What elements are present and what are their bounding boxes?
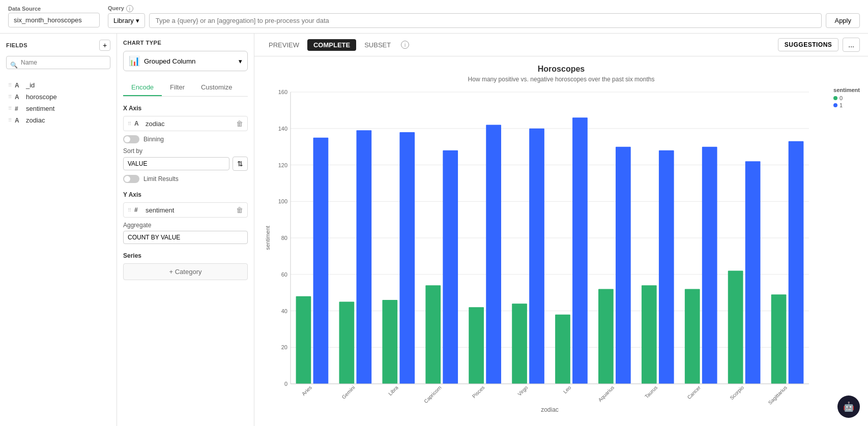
chart-config-panel: CHART TYPE 📊 Grouped Column ▾ EncodeFilt… (117, 34, 254, 426)
data-source-input[interactable] (8, 13, 100, 27)
sort-direction-button[interactable]: ⇅ (233, 157, 248, 171)
drag-handle-icon-y: ⠿ (128, 207, 131, 213)
svg-text:Aries: Aries (301, 385, 313, 397)
y-axis-delete-button[interactable]: 🗑 (236, 206, 243, 214)
x-axis-delete-button[interactable]: 🗑 (236, 119, 243, 128)
aggregate-row: Aggregate COUNT BY VALUE SUM AVERAGE COU… (123, 222, 248, 244)
query-section: Query i Library ▾ Apply (108, 5, 860, 28)
more-options-button[interactable]: ... (843, 38, 860, 52)
aggregate-dropdown[interactable]: COUNT BY VALUE SUM AVERAGE COUNT (123, 231, 248, 244)
series-section: Series + Category (123, 252, 248, 280)
field-item-sentiment[interactable]: ⠿#sentiment (6, 103, 110, 114)
svg-text:160: 160 (278, 89, 287, 95)
svg-rect-44 (659, 150, 674, 384)
svg-rect-34 (512, 303, 527, 384)
chart-title: Horoscopes (263, 65, 860, 74)
limit-results-toggle[interactable] (123, 175, 139, 183)
field-name-label: sentiment (26, 105, 54, 112)
x-axis-section: X Axis ⠿ A zodiac 🗑 Binning Sort by VALU… (123, 105, 248, 183)
binning-row: Binning (123, 135, 248, 143)
legend-item-0: 0 (833, 95, 860, 101)
apply-button[interactable]: Apply (826, 13, 860, 28)
chart-tabs: PREVIEWCOMPLETESUBSETi (263, 39, 409, 51)
svg-text:sentiment: sentiment (265, 226, 271, 250)
svg-text:Scorpio: Scorpio (729, 384, 745, 401)
svg-text:0: 0 (284, 381, 287, 387)
field-item-_id[interactable]: ⠿A_id (6, 79, 110, 91)
series-title: Series (123, 252, 248, 259)
library-button[interactable]: Library ▾ (108, 13, 145, 28)
field-type-icon: # (15, 105, 23, 112)
legend-title: sentiment (833, 87, 860, 93)
svg-rect-29 (443, 150, 458, 384)
sort-row: VALUE ALPHABETICAL COUNT ⇅ (123, 157, 248, 171)
svg-rect-52 (771, 294, 787, 384)
field-name-label: horoscope (26, 93, 57, 101)
svg-text:40: 40 (281, 308, 287, 314)
legend-dot (833, 103, 837, 107)
svg-text:Leo: Leo (562, 384, 572, 394)
binning-toggle[interactable] (123, 135, 139, 143)
bot-icon[interactable]: 🤖 (837, 395, 860, 418)
limit-results-label: Limit Results (143, 175, 179, 182)
chart-info-icon[interactable]: i (401, 41, 409, 49)
suggestions-button[interactable]: SUGGESTIONS (778, 38, 839, 51)
field-type-icon: A (15, 82, 23, 89)
legend-dot (833, 96, 837, 100)
svg-text:zodiac: zodiac (541, 406, 559, 413)
encode-tab-filter[interactable]: Filter (162, 79, 193, 96)
svg-rect-46 (685, 289, 700, 384)
y-axis-section: Y Axis ⠿ # sentiment 🗑 Aggregate COUNT B… (123, 191, 248, 244)
legend-item-1: 1 (833, 102, 860, 108)
svg-rect-20 (313, 138, 329, 384)
add-field-button[interactable]: + (99, 40, 110, 51)
svg-rect-38 (572, 117, 588, 384)
encode-tab-encode[interactable]: Encode (123, 79, 162, 96)
svg-text:Aquarius: Aquarius (597, 385, 616, 403)
drag-icon: ⠿ (8, 117, 12, 123)
series-add-button[interactable]: + Category (123, 263, 248, 280)
field-search-input[interactable] (6, 56, 110, 69)
svg-rect-25 (382, 300, 397, 384)
field-item-horoscope[interactable]: ⠿Ahoroscope (6, 91, 110, 103)
chart-type-dropdown[interactable]: 📊 Grouped Column ▾ (123, 51, 248, 71)
chart-type-chevron-icon: ▾ (239, 57, 242, 65)
chart-tab-preview[interactable]: PREVIEW (263, 39, 305, 51)
x-axis-field-name: zodiac (146, 120, 233, 128)
x-axis-field: ⠿ A zodiac 🗑 (123, 116, 248, 131)
svg-rect-23 (356, 130, 371, 384)
svg-rect-49 (728, 271, 743, 384)
svg-text:120: 120 (278, 162, 287, 168)
svg-rect-53 (789, 141, 804, 384)
sort-dropdown[interactable]: VALUE ALPHABETICAL COUNT (123, 157, 229, 170)
svg-text:100: 100 (278, 198, 287, 204)
svg-rect-28 (425, 285, 441, 384)
svg-text:Virgo: Virgo (516, 384, 529, 397)
y-axis-field: ⠿ # sentiment 🗑 (123, 202, 248, 218)
chart-tab-subset[interactable]: SUBSET (358, 39, 397, 51)
chart-area: Horoscopes How many positive vs. negativ… (254, 56, 868, 426)
field-type-icon: A (15, 94, 23, 101)
chart-panel: PREVIEWCOMPLETESUBSETi SUGGESTIONS ... H… (254, 34, 868, 426)
chart-tab-complete[interactable]: COMPLETE (307, 39, 356, 51)
sort-section: Sort by VALUE ALPHABETICAL COUNT ⇅ (123, 147, 248, 171)
field-name-label: zodiac (26, 116, 45, 124)
svg-text:60: 60 (281, 271, 287, 278)
y-axis-title: Y Axis (123, 191, 248, 198)
svg-rect-31 (469, 307, 484, 384)
svg-rect-37 (555, 315, 570, 384)
field-search-wrapper: 🔍 (6, 56, 110, 74)
svg-rect-41 (616, 147, 631, 384)
field-item-zodiac[interactable]: ⠿Azodiac (6, 114, 110, 126)
svg-text:Pisces: Pisces (471, 385, 486, 400)
library-chevron-icon: ▾ (136, 17, 139, 24)
svg-rect-47 (702, 147, 717, 384)
encode-tabs: EncodeFilterCustomize (123, 79, 248, 97)
svg-rect-40 (598, 289, 614, 384)
svg-text:Sagittarius: Sagittarius (767, 385, 788, 406)
query-input[interactable] (149, 13, 822, 28)
legend-label: 1 (840, 102, 843, 108)
encode-tab-customize[interactable]: Customize (193, 79, 240, 96)
chart-type-icon: 📊 (129, 55, 140, 67)
svg-text:20: 20 (281, 344, 287, 350)
